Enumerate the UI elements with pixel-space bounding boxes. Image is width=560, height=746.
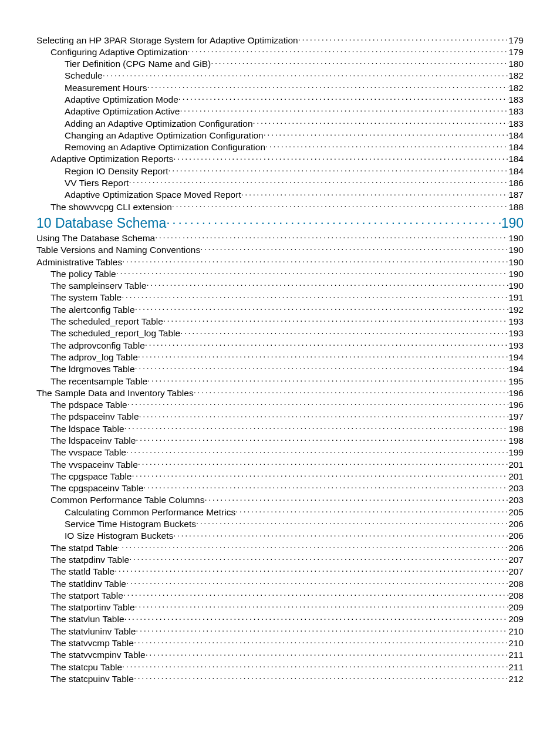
toc-entry[interactable]: VV Tiers Report186 [36,177,524,189]
toc-entry[interactable]: The alertconfig Table192 [36,303,524,315]
toc-entry[interactable]: Adaptive Optimization Mode183 [36,93,524,105]
toc-entry[interactable]: The ldspaceinv Table198 [36,435,524,447]
toc-entry[interactable]: The system Table191 [36,292,524,303]
toc-entry[interactable]: The statvlun Table209 [36,613,524,625]
toc-entry[interactable]: The vvspaceinv Table201 [36,458,524,470]
toc-entry[interactable]: Using The Database Schema190 [36,232,524,244]
toc-entry[interactable]: The scheduled_report_log Table193 [36,328,524,339]
toc-entry-title: Adaptive Optimization Reports [50,154,173,165]
toc-leader-dots [123,589,508,599]
toc-entry[interactable]: Tier Definition (CPG Name and GiB)180 [36,58,524,70]
toc-entry[interactable]: The sampleinserv Table190 [36,280,524,292]
toc-leader-dots [168,165,509,174]
toc-entry[interactable]: The pdspace Table196 [36,399,524,411]
toc-entry[interactable]: Administrative Tables190 [36,256,524,268]
toc-entry-title: The pdspaceinv Table [50,411,139,423]
toc-entry[interactable]: The adprovconfig Table193 [36,339,524,351]
toc-leader-dots [117,542,508,551]
toc-leader-dots [129,177,508,187]
toc-entry-page: 194 [508,364,524,375]
toc-entry[interactable]: Calculating Common Performance Metrics20… [36,506,524,518]
toc-entry[interactable]: 10 Database Schema190 [36,214,524,231]
toc-leader-dots [173,153,508,163]
toc-entry-page: 183 [508,94,524,106]
toc-entry-title: The showvvcpg CLI extension [50,202,172,213]
toc-entry[interactable]: The vvspace Table199 [36,447,524,458]
toc-leader-dots [134,673,508,682]
toc-entry-title: Adaptive Optimization Space Moved Report [65,190,241,201]
toc-entry[interactable]: The statcpuinv Table212 [36,673,524,684]
toc-entry[interactable]: Measurement Hours182 [36,82,524,93]
toc-leader-dots [172,201,508,210]
toc-leader-dots [155,232,508,241]
toc-entry[interactable]: The statpdinv Table207 [36,553,524,565]
toc-entry-title: Measurement Hours [65,83,147,94]
toc-entry-page: 183 [508,119,524,130]
toc-entry[interactable]: Region IO Density Report184 [36,165,524,177]
toc-entry[interactable]: The Sample Data and Inventory Tables196 [36,387,524,399]
toc-leader-dots [135,602,509,611]
toc-entry[interactable]: Selecting an HP 3PAR Storage System for … [36,34,524,46]
toc-entry-page: 209 [508,614,524,625]
toc-leader-dots [114,566,508,575]
toc-leader-dots [129,553,508,563]
toc-leader-dots [180,106,508,115]
toc-entry-title: VV Tiers Report [65,178,129,189]
toc-entry[interactable]: The ldrgmoves Table194 [36,363,524,375]
toc-entry[interactable]: Removing an Adaptive Optimization Config… [36,141,524,153]
toc-leader-dots [180,328,508,337]
toc-entry[interactable]: Changing an Adaptive Optimization Config… [36,129,524,141]
toc-entry-title: Removing an Adaptive Optimization Config… [65,142,265,153]
toc-entry[interactable]: The cpgspace Table201 [36,470,524,482]
toc-entry-page: 191 [508,292,524,303]
toc-entry[interactable]: Adaptive Optimization Reports184 [36,153,524,165]
toc-leader-dots [124,423,509,432]
toc-entry[interactable]: The statvvcmp Table210 [36,637,524,649]
toc-entry[interactable]: Schedule182 [36,70,524,82]
toc-entry[interactable]: The cpgspaceinv Table203 [36,482,524,494]
toc-entry-title: The adprovconfig Table [50,340,145,352]
toc-leader-dots [235,506,508,515]
toc-entry[interactable]: The statpd Table206 [36,542,524,553]
toc-entry-title: The ldrgmoves Table [50,364,135,375]
toc-entry[interactable]: Common Performance Table Columns203 [36,494,524,506]
toc-entry[interactable]: The statport Table208 [36,589,524,601]
toc-entry-title: Common Performance Table Columns [50,495,204,506]
toc-entry[interactable]: The statldinv Table208 [36,578,524,589]
toc-entry[interactable]: The ldspace Table198 [36,423,524,434]
toc-entry-title: The Sample Data and Inventory Tables [36,388,194,399]
toc-leader-dots [146,280,508,289]
toc-entry-title: The ldspace Table [50,424,124,435]
toc-entry-title: Configuring Adaptive Optimization [50,47,188,58]
toc-entry[interactable]: The statvluninv Table210 [36,625,524,637]
toc-entry[interactable]: The recentsample Table195 [36,375,524,387]
toc-entry[interactable]: The scheduled_report Table193 [36,316,524,328]
toc-entry[interactable]: Adaptive Optimization Active183 [36,106,524,117]
toc-entry-title: Adaptive Optimization Mode [65,94,178,106]
toc-entry[interactable]: Service Time Histogram Buckets206 [36,518,524,530]
toc-entry[interactable]: The policy Table190 [36,268,524,279]
toc-entry[interactable]: Adaptive Optimization Space Moved Report… [36,189,524,201]
toc-entry-page: 209 [508,602,524,613]
toc-entry-page: 182 [508,83,524,94]
toc-entry[interactable]: The statportinv Table209 [36,602,524,613]
toc-entry[interactable]: Adding an Adaptive Optimization Configur… [36,117,524,129]
toc-entry-title: The cpgspaceinv Table [50,483,143,494]
toc-leader-dots [122,661,508,670]
toc-entry-page: 210 [508,626,524,637]
toc-entry[interactable]: Table Versions and Naming Conventions190 [36,244,524,256]
toc-entry-title: Administrative Tables [36,257,122,268]
toc-entry-page: 198 [508,424,524,435]
toc-entry[interactable]: The statld Table207 [36,566,524,578]
toc-entry[interactable]: Configuring Adaptive Optimization179 [36,46,524,58]
toc-leader-dots [178,93,508,103]
toc-entry[interactable]: The showvvcpg CLI extension188 [36,201,524,212]
toc-entry[interactable]: IO Size Histogram Buckets206 [36,530,524,542]
toc-entry[interactable]: The adprov_log Table194 [36,351,524,363]
toc-entry[interactable]: The statvvcmpinv Table211 [36,649,524,661]
toc-entry[interactable]: The pdspaceinv Table197 [36,411,524,423]
toc-leader-dots [124,613,509,623]
toc-entry[interactable]: The statcpu Table211 [36,661,524,673]
toc-leader-dots [204,494,508,504]
toc-entry-page: 179 [508,35,524,46]
